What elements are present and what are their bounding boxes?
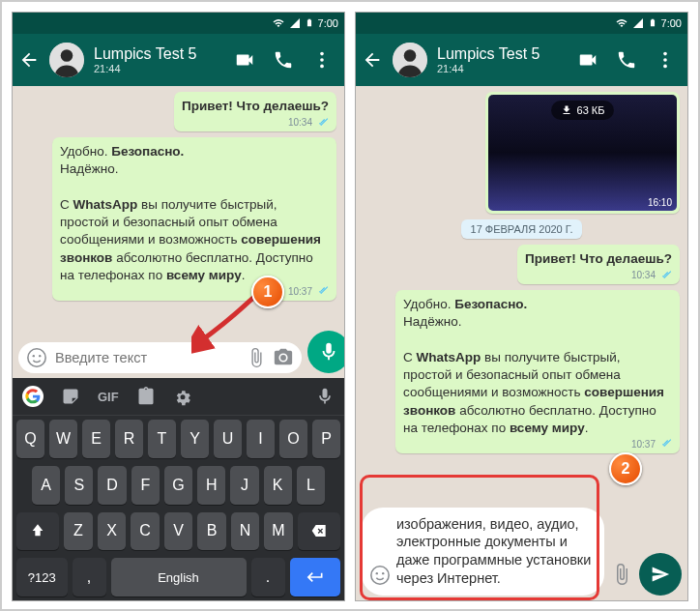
key-symbols[interactable]: ?123 (16, 558, 68, 596)
video-call-icon[interactable] (577, 49, 598, 71)
download-pill[interactable]: 63 КБ (551, 101, 615, 120)
svg-point-9 (404, 49, 417, 62)
avatar[interactable] (393, 43, 427, 77)
key-w[interactable]: W (49, 420, 77, 458)
svg-point-13 (371, 567, 389, 584)
message-out[interactable]: Удобно. Безопасно. Надёжно. С WhatsApp в… (395, 290, 680, 453)
sticker-icon[interactable] (61, 387, 80, 406)
key-g[interactable]: G (164, 466, 192, 505)
last-seen: 21:44 (94, 63, 224, 74)
read-icon (658, 439, 672, 449)
send-button[interactable] (639, 553, 682, 596)
step-1-badge: 1 (251, 276, 284, 308)
back-icon[interactable] (362, 49, 383, 71)
key-row-1: QWERTYUIOP (13, 416, 344, 462)
camera-icon[interactable] (273, 347, 294, 368)
key-k[interactable]: K (264, 466, 292, 505)
title-area[interactable]: Lumpics Test 5 21:44 (437, 45, 568, 74)
message-input[interactable]: изображения, видео, аудио, электронные д… (396, 515, 597, 588)
key-v[interactable]: V (164, 512, 193, 551)
status-time: 7:00 (661, 17, 682, 29)
signal-icon (289, 17, 301, 29)
contact-name: Lumpics Test 5 (94, 45, 224, 63)
key-q[interactable]: Q (16, 420, 44, 458)
key-x[interactable]: X (98, 512, 127, 551)
input-pill[interactable]: изображения, видео, аудио, электронные д… (362, 508, 604, 596)
wifi-icon (615, 17, 628, 29)
key-m[interactable]: M (264, 512, 293, 551)
key-h[interactable]: H (197, 466, 225, 505)
message-out[interactable]: Привет! Что делаешь? 10:34 (517, 245, 680, 284)
svg-point-15 (382, 572, 384, 574)
video-call-icon[interactable] (234, 49, 255, 71)
read-icon (315, 286, 329, 296)
google-icon[interactable] (22, 386, 44, 407)
menu-icon[interactable] (311, 49, 333, 71)
chat-area: Привет! Что делаешь? 10:34 Удобно. Безоп… (13, 86, 344, 326)
avatar[interactable] (49, 43, 84, 77)
arrow-icon (191, 286, 261, 356)
key-i[interactable]: I (247, 420, 275, 458)
key-p[interactable]: P (312, 420, 340, 458)
svg-point-6 (33, 355, 35, 357)
svg-point-10 (663, 52, 667, 56)
attach-icon[interactable] (610, 563, 633, 586)
menu-icon[interactable] (655, 49, 676, 71)
status-time: 7:00 (318, 17, 338, 29)
message-out[interactable]: Удобно. Безопасно. Надёжно. С WhatsApp в… (52, 137, 336, 301)
svg-point-4 (320, 65, 324, 69)
clipboard-icon[interactable] (136, 387, 156, 406)
key-a[interactable]: A (32, 466, 60, 505)
back-icon[interactable] (18, 49, 40, 71)
header-actions (234, 49, 338, 71)
key-u[interactable]: U (214, 420, 242, 458)
emoji-icon[interactable] (26, 347, 47, 368)
read-icon (315, 118, 329, 128)
message-out[interactable]: Привет! Что делаешь? 10:34 (174, 92, 336, 131)
voice-call-icon[interactable] (616, 49, 637, 71)
phone-right: 7:00 Lumpics Test 5 21:44 63 КБ 16:10 17… (355, 12, 688, 601)
key-y[interactable]: Y (181, 420, 209, 458)
signal-icon (632, 17, 644, 29)
mic-icon[interactable] (315, 387, 335, 406)
key-f[interactable]: F (131, 466, 160, 505)
key-e[interactable]: E (82, 420, 110, 458)
settings-icon[interactable] (173, 387, 192, 406)
svg-point-7 (39, 355, 41, 357)
key-period[interactable]: . (251, 558, 285, 596)
svg-point-5 (28, 349, 45, 366)
svg-point-3 (320, 58, 324, 62)
key-shift[interactable] (16, 512, 59, 551)
phone-left: 7:00 Lumpics Test 5 21:44 Привет! Что де… (12, 12, 345, 601)
key-j[interactable]: J (230, 466, 258, 505)
voice-call-icon[interactable] (273, 49, 294, 71)
image-thumb: 63 КБ 16:10 (488, 95, 677, 211)
key-space[interactable]: English (111, 558, 247, 596)
input-bar (13, 326, 344, 378)
key-z[interactable]: Z (64, 512, 93, 551)
key-b[interactable]: B (197, 512, 226, 551)
mic-button[interactable] (307, 331, 345, 373)
key-enter[interactable] (290, 558, 341, 596)
key-c[interactable]: C (131, 512, 160, 551)
key-s[interactable]: S (65, 466, 93, 505)
gif-button[interactable]: GIF (98, 390, 119, 404)
image-message[interactable]: 63 КБ 16:10 (485, 92, 680, 214)
keyboard[interactable]: GIF QWERTYUIOP ASDFGHJKL ZXCVBNM ?123 , … (13, 378, 344, 600)
statusbar: 7:00 (356, 13, 687, 34)
title-area[interactable]: Lumpics Test 5 21:44 (94, 45, 224, 74)
key-l[interactable]: L (297, 466, 325, 505)
key-comma[interactable]: , (73, 558, 106, 596)
chat-header: Lumpics Test 5 21:44 (356, 34, 687, 86)
key-r[interactable]: R (115, 420, 143, 458)
key-n[interactable]: N (231, 512, 260, 551)
key-backspace[interactable] (298, 512, 340, 551)
input-bar: изображения, видео, аудио, электронные д… (356, 503, 687, 600)
svg-point-1 (61, 49, 73, 62)
key-o[interactable]: O (279, 420, 307, 458)
svg-point-14 (376, 572, 378, 574)
emoji-icon[interactable] (369, 565, 391, 586)
key-d[interactable]: D (98, 466, 126, 505)
contact-name: Lumpics Test 5 (437, 45, 568, 63)
key-t[interactable]: T (148, 420, 176, 458)
